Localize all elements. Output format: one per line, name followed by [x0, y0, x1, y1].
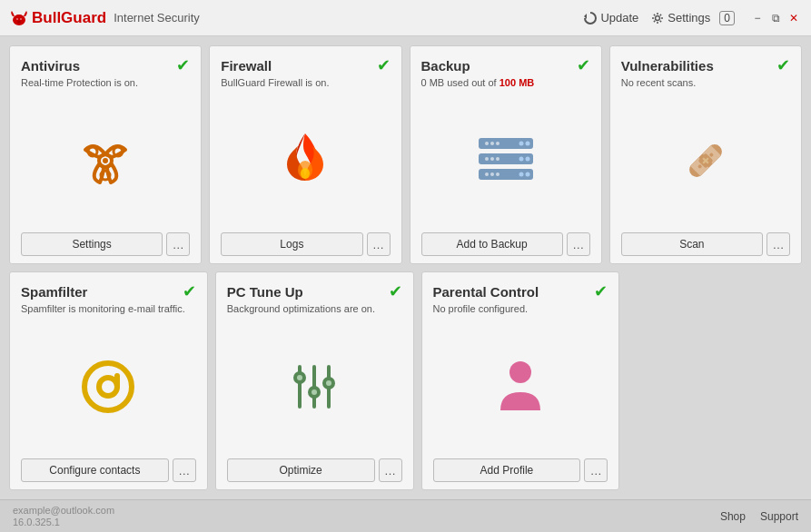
pctuneup-footer: Optimize … [227, 458, 402, 482]
vulnerabilities-footer: Scan … [621, 232, 790, 256]
svg-point-27 [519, 172, 523, 176]
minimize-button[interactable]: − [749, 10, 766, 26]
at-icon [79, 358, 137, 416]
app-logo: BullGuard [9, 8, 106, 28]
bandaid-icon [675, 130, 737, 192]
parentalcontrol-addprofile-button[interactable]: Add Profile [433, 458, 581, 482]
firewall-status-icon: ✔ [377, 55, 391, 75]
svg-point-30 [490, 172, 494, 176]
vulnerabilities-status-icon: ✔ [776, 55, 790, 75]
pctuneup-more-button[interactable]: … [379, 458, 402, 482]
update-icon [584, 12, 597, 25]
backup-more-button[interactable]: … [567, 232, 590, 256]
pctuneup-header: PC Tune Up ✔ [227, 281, 402, 301]
antivirus-status-icon: ✔ [176, 55, 190, 75]
svg-point-17 [485, 142, 489, 145]
svg-point-9 [88, 147, 97, 156]
cards-row-1: Antivirus ✔ Real-time Protection is on. [9, 45, 802, 264]
backup-icon [474, 133, 538, 188]
parentalcontrol-more-button[interactable]: … [584, 458, 608, 482]
shop-link[interactable]: Shop [720, 510, 746, 523]
backup-status-icon: ✔ [577, 55, 590, 75]
vulnerabilities-more-button[interactable]: … [766, 232, 790, 256]
notification-button[interactable]: 0 [719, 11, 735, 25]
svg-point-28 [525, 172, 529, 176]
maximize-button[interactable]: ⧉ [767, 10, 784, 26]
antivirus-subtitle: Real-time Protection is on. [21, 77, 190, 88]
vulnerabilities-card: Vulnerabilities ✔ No recent scans. [609, 45, 802, 264]
firewall-title: Firewall [221, 58, 272, 74]
sliders-icon [285, 358, 343, 416]
firewall-subtitle: BullGuard Firewall is on. [221, 77, 390, 88]
pctuneup-status-icon: ✔ [389, 281, 402, 301]
vulnerabilities-scan-button[interactable]: Scan [621, 232, 763, 256]
backup-header: Backup ✔ [421, 55, 590, 75]
parentalcontrol-icon-area [433, 318, 608, 455]
svg-point-24 [490, 157, 494, 161]
statusbar: example@outlook.com 16.0.325.1 Shop Supp… [0, 499, 811, 532]
parentalcontrol-subtitle: No profile configured. [433, 303, 608, 314]
update-button[interactable]: Update [584, 11, 638, 25]
antivirus-settings-button[interactable]: Settings [21, 232, 163, 256]
antivirus-title: Antivirus [21, 58, 80, 74]
spamfilter-title: Spamfilter [21, 284, 87, 300]
user-email: example@outlook.com [13, 505, 114, 516]
fire-icon [278, 130, 332, 192]
svg-point-55 [326, 380, 331, 386]
svg-point-11 [101, 171, 110, 180]
pctuneup-optimize-button[interactable]: Optimize [227, 458, 375, 482]
spamfilter-subtitle: Spamfilter is monitoring e-mail traffic. [21, 303, 196, 314]
version-text: 16.0.325.1 [13, 517, 114, 527]
spamfilter-footer: Configure contacts … [21, 458, 196, 482]
antivirus-card: Antivirus ✔ Real-time Protection is on. [9, 45, 202, 264]
svg-point-29 [485, 172, 489, 176]
svg-point-54 [312, 389, 317, 395]
app-title: Internet Security [114, 11, 200, 25]
svg-point-16 [525, 141, 529, 145]
svg-point-44 [84, 363, 132, 410]
svg-point-2 [16, 18, 18, 20]
brand-name: BullGuard [32, 9, 106, 27]
pctuneup-title: PC Tune Up [227, 284, 303, 300]
empty-cell [627, 271, 802, 490]
pctuneup-icon-area [227, 318, 402, 455]
main-content: Antivirus ✔ Real-time Protection is on. [0, 36, 811, 499]
window-controls: − ⧉ ✕ [747, 10, 802, 26]
firewall-icon-area [221, 92, 390, 229]
svg-point-25 [496, 157, 499, 161]
statusbar-user-info: example@outlook.com 16.0.325.1 [13, 505, 114, 527]
spamfilter-icon-area [21, 318, 196, 455]
firewall-more-button[interactable]: … [367, 232, 391, 256]
svg-point-22 [525, 156, 529, 161]
spamfilter-configure-button[interactable]: Configure contacts [21, 458, 169, 482]
svg-point-6 [656, 15, 660, 20]
gear-icon [651, 12, 664, 25]
backup-add-button[interactable]: Add to Backup [421, 232, 563, 256]
close-button[interactable]: ✕ [786, 10, 802, 26]
firewall-footer: Logs … [221, 232, 390, 256]
svg-point-56 [509, 361, 531, 383]
spamfilter-more-button[interactable]: … [173, 458, 196, 482]
pctuneup-card: PC Tune Up ✔ Background optimizations ar… [215, 271, 414, 490]
person-icon [491, 356, 549, 418]
vulnerabilities-title: Vulnerabilities [621, 58, 714, 74]
support-link[interactable]: Support [760, 510, 798, 523]
pctuneup-subtitle: Background optimizations are on. [227, 303, 402, 314]
parentalcontrol-status-icon: ✔ [594, 281, 608, 301]
svg-point-53 [297, 375, 302, 380]
firewall-logs-button[interactable]: Logs [221, 232, 362, 256]
antivirus-more-button[interactable]: … [166, 232, 190, 256]
svg-point-31 [496, 172, 499, 176]
cards-row-2: Spamfilter ✔ Spamfilter is monitoring e-… [9, 271, 802, 490]
vulnerabilities-icon-area [621, 92, 790, 229]
svg-point-4 [17, 20, 21, 23]
spamfilter-status-icon: ✔ [183, 281, 196, 301]
svg-point-10 [114, 147, 123, 156]
svg-point-8 [103, 158, 108, 163]
svg-point-23 [485, 157, 489, 161]
firewall-card: Firewall ✔ BullGuard Firewall is on. Log… [209, 45, 401, 264]
svg-point-15 [519, 141, 523, 145]
svg-point-18 [490, 142, 494, 145]
vulnerabilities-header: Vulnerabilities ✔ [621, 55, 790, 75]
settings-button[interactable]: Settings [651, 11, 710, 25]
